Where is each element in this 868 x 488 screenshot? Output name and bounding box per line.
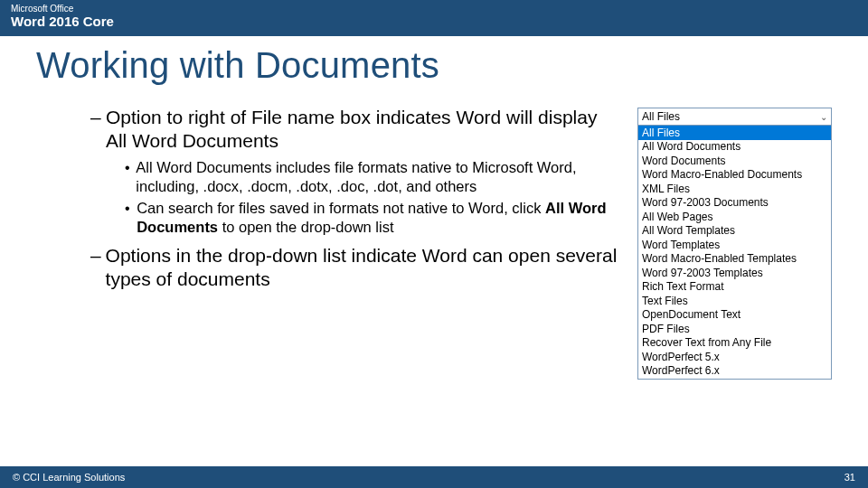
- header-title: Word 2016 Core: [9, 14, 859, 29]
- footer-copyright: © CCI Learning Solutions: [13, 472, 125, 483]
- sub-bullet-2: • Can search for files saved in formats …: [125, 199, 619, 237]
- page-title: Working with Documents: [36, 45, 832, 86]
- dropdown-option[interactable]: All Word Templates: [638, 224, 831, 239]
- slide-body: Working with Documents – Option to right…: [0, 36, 868, 468]
- dropdown-option[interactable]: Word Macro-Enabled Documents: [638, 168, 831, 183]
- dot-marker: •: [125, 199, 137, 237]
- dropdown-option[interactable]: OpenDocument Text: [638, 308, 831, 323]
- dropdown-option[interactable]: WordPerfect 5.x: [638, 351, 831, 365]
- sub-bullet-text: Can search for files saved in formats no…: [137, 199, 619, 237]
- dropdown-option[interactable]: Word 97-2003 Templates: [638, 267, 831, 281]
- header-bar: Microsoft Office Word 2016 Core: [0, 0, 868, 36]
- footer-page-number: 31: [844, 472, 855, 483]
- dropdown-option[interactable]: Recover Text from Any File: [638, 336, 831, 351]
- dropdown-option[interactable]: PDF Files: [638, 323, 831, 337]
- dropdown-option[interactable]: Rich Text Format: [638, 280, 831, 295]
- dropdown-option[interactable]: All Word Documents: [638, 140, 831, 155]
- footer-bar: © CCI Learning Solutions 31: [0, 466, 868, 488]
- bullet-text: Option to right of File name box indicat…: [106, 106, 619, 153]
- dropdown-selected: All Files: [642, 110, 680, 123]
- dash-marker: –: [90, 244, 106, 291]
- bullet-list: – Option to right of File name box indic…: [36, 106, 637, 296]
- sub-bullet-text: All Word Documents includes file formats…: [136, 158, 619, 196]
- sub-bullet-1: • All Word Documents includes file forma…: [125, 158, 619, 196]
- dash-marker: –: [90, 106, 106, 153]
- dropdown-option[interactable]: Word Templates: [638, 239, 831, 253]
- header-brand: Microsoft Office: [9, 4, 859, 14]
- bullet-text: Options in the drop-down list indicate W…: [106, 244, 619, 291]
- file-type-dropdown: All Files ⌄ All Files All Word Documents…: [637, 108, 832, 380]
- dropdown-option[interactable]: Word Documents: [638, 155, 831, 169]
- text-run: Can search for files saved in formats no…: [137, 200, 545, 216]
- chevron-down-icon: ⌄: [820, 112, 827, 122]
- dropdown-option[interactable]: Word 97-2003 Documents: [638, 196, 831, 211]
- dropdown-highlighted-option[interactable]: All Files: [638, 126, 831, 140]
- text-run: to open the drop-down list: [218, 219, 393, 235]
- dropdown-option[interactable]: All Web Pages: [638, 211, 831, 225]
- dropdown-option[interactable]: Text Files: [638, 295, 831, 309]
- bullet-item-2: – Options in the drop-down list indicate…: [90, 244, 619, 291]
- bullet-item-1: – Option to right of File name box indic…: [90, 106, 619, 153]
- dropdown-combobox[interactable]: All Files ⌄: [638, 108, 831, 126]
- dropdown-option[interactable]: WordPerfect 6.x: [638, 364, 831, 379]
- dot-marker: •: [125, 158, 136, 196]
- dropdown-option[interactable]: XML Files: [638, 183, 831, 197]
- content-row: – Option to right of File name box indic…: [36, 106, 832, 380]
- dropdown-option[interactable]: Word Macro-Enabled Templates: [638, 252, 831, 267]
